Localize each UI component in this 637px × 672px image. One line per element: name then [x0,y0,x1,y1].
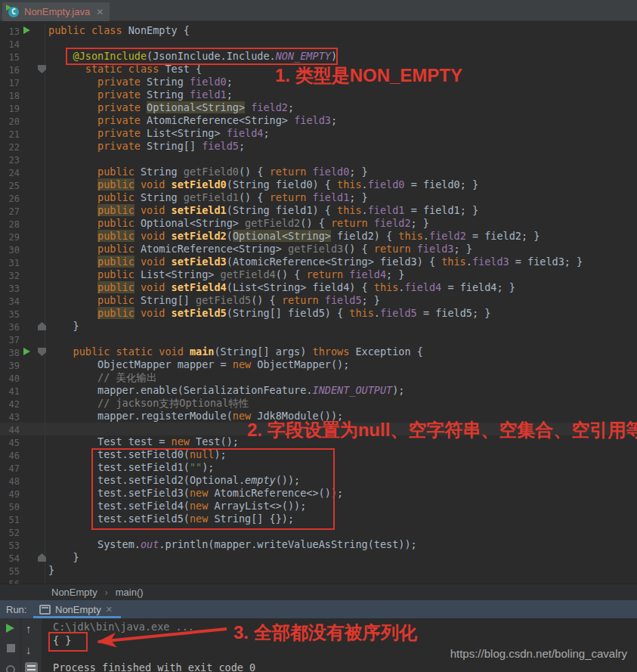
code-line-17: 17 private String field0; [0,76,637,88]
code-line-16: 16 static class Test { [0,63,637,76]
code-line-50: 50 test.setField4(new ArrayList<>()); [0,500,637,513]
fold-icon[interactable] [38,553,46,562]
code-text [45,577,48,584]
code-text: test.setField1(""); [45,461,214,474]
code-text: public class NonEmpty { [45,24,190,37]
code-line-43: 43 mapper.registerModule(new Jdk8Module(… [0,410,637,423]
stop-button[interactable] [7,644,15,652]
run-tab-close-icon[interactable]: ✕ [106,605,113,615]
gutter: 17 [0,76,45,88]
gutter: 43 [0,410,45,423]
code-text: public void setField3(AtomicReference<St… [45,255,583,268]
gutter: 48 [0,474,45,487]
code-line-14: 14 [0,37,637,50]
gutter: 36 [0,320,45,333]
gutter: 46 [0,448,45,461]
code-text: public String[] getField5() { return fie… [45,294,380,307]
code-text [45,525,48,538]
code-text: public void setField0(String field0) { t… [45,178,478,191]
console-line: { } [42,633,637,647]
code-text: public Optional<String> getField2() { re… [45,217,429,230]
code-line-20: 20 private AtomicReference<String> field… [0,114,637,127]
code-line-31: 31 public void setField3(AtomicReference… [0,255,637,268]
code-line-22: 22 private String[] field5; [0,140,637,153]
editor-tabbar: C NonEmpty.java ✕ [0,0,637,21]
down-stack-icon[interactable]: ↓ [26,644,32,655]
code-editor[interactable]: 13public class NonEmpty {1415 @JsonInclu… [0,21,637,584]
code-text: public String getField1() { return field… [45,191,368,204]
gutter: 54 [0,551,45,564]
line-number: 56 [0,578,20,584]
run-console[interactable]: ↑ ↓ C:\jdk\bin\java.exe ...{ }Process fi… [0,618,637,672]
breadcrumb-method[interactable]: main() [116,587,144,598]
run-toolwindow-bar: Run: NonEmpty ✕ [0,600,637,618]
code-text: mapper.enable(SerializationFeature.INDEN… [45,384,404,397]
gutter: 44 [0,423,45,435]
run-gutter-icon[interactable] [23,26,30,34]
code-text: private String field1; [45,88,233,101]
code-text [45,37,48,50]
console-toolbar: ↑ ↓ [21,618,42,672]
code-line-45: 45 Test test = new Test(); [0,435,637,448]
code-text: // jackson支持Optional特性 [45,397,249,410]
code-text: public void setField4(List<String> field… [45,281,515,294]
gutter: 18 [0,88,45,101]
code-text: test.setField3(new AtomicReference<>()); [45,487,343,500]
code-text: public void setField5(String[] field5) {… [45,307,490,320]
code-text: test.setField4(new ArrayList<>()); [45,500,306,513]
code-line-18: 18 private String field1; [0,88,637,101]
gutter: 34 [0,294,45,307]
tab-close-icon[interactable]: ✕ [96,7,104,17]
code-line-54: 54 } [0,551,637,564]
code-line-48: 48 test.setField2(Optional.empty()); [0,474,637,487]
code-text [45,153,48,166]
code-line-53: 53 System.out.println(mapper.writeValueA… [0,538,637,551]
fold-icon[interactable] [38,65,46,73]
code-text: Test test = new Test(); [45,435,239,448]
gutter: 50 [0,500,45,513]
fold-icon[interactable] [38,348,46,356]
gutter: 37 [0,333,45,345]
gutter: 53 [0,538,45,551]
code-text: public static void main(String[] args) t… [45,345,423,358]
code-line-28: 28 public Optional<String> getField2() {… [0,217,637,230]
gutter: 29 [0,230,45,243]
code-line-39: 39 ObjectMapper mapper = new ObjectMappe… [0,358,637,371]
up-stack-icon[interactable]: ↑ [26,623,32,634]
code-text: public AtomicReference<String> getField3… [45,243,472,255]
breadcrumb-class[interactable]: NonEmpty [51,587,97,598]
code-line-42: 42 // jackson支持Optional特性 [0,397,637,410]
code-text: public void setField2(Optional<String> f… [45,230,540,243]
code-text: private String field0; [45,76,233,88]
code-text: private List<String> field4; [45,127,270,140]
editor-tab[interactable]: C NonEmpty.java ✕ [2,2,110,21]
console-settings-icon[interactable] [25,662,38,672]
dump-icon[interactable] [6,665,15,672]
code-line-49: 49 test.setField3(new AtomicReference<>(… [0,487,637,500]
gutter: 56 [0,577,45,584]
code-text: test.setField5(new String[] {}); [45,513,294,525]
code-line-36: 36 } [0,320,637,333]
rerun-button[interactable] [6,624,14,633]
fold-icon[interactable] [38,322,46,330]
gutter: 14 [0,37,45,50]
code-line-41: 41 mapper.enable(SerializationFeature.IN… [0,384,637,397]
code-text: ObjectMapper mapper = new ObjectMapper()… [45,358,349,371]
gutter: 45 [0,435,45,448]
gutter: 40 [0,371,45,384]
code-text [45,333,48,345]
code-text: private String[] field5; [45,140,245,153]
gutter: 23 [0,153,45,166]
editor-tab-title: NonEmpty.java [24,6,90,17]
code-line-38: 38 public static void main(String[] args… [0,345,637,358]
gutter: 20 [0,114,45,127]
run-gutter-icon[interactable] [23,348,30,355]
gutter: 32 [0,268,45,281]
code-line-21: 21 private List<String> field4; [0,127,637,140]
gutter: 21 [0,127,45,140]
code-text: } [45,551,79,564]
gutter: 35 [0,307,45,320]
code-line-24: 24 public String getField0() { return fi… [0,166,637,178]
code-text: } [45,564,54,577]
code-line-52: 52 [0,525,637,538]
